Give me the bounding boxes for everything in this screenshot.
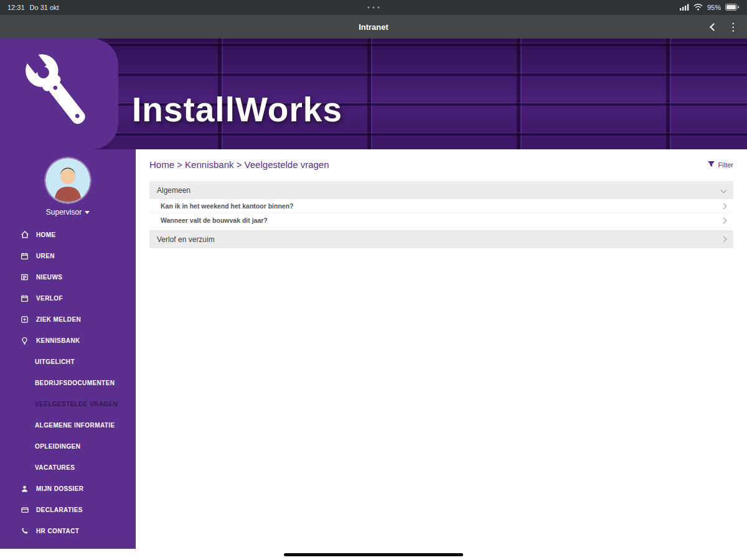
app-nav-bar: Intranet ⋮ bbox=[0, 15, 747, 39]
faq-question-row[interactable]: Kan ik in het weekend het kantoor binnen… bbox=[149, 199, 733, 213]
sidebar-menu: HOMEURENNIEUWSVERLOFZIEK MELDENKENNISBAN… bbox=[0, 224, 136, 541]
person-icon bbox=[21, 484, 29, 493]
home-indicator[interactable] bbox=[284, 553, 463, 556]
faq-section-header[interactable]: Algemeen bbox=[149, 181, 733, 199]
sidebar-item-label: VEELGESTELDE VRAGEN bbox=[35, 401, 118, 408]
news-icon bbox=[21, 273, 29, 281]
status-right: 95% bbox=[680, 3, 740, 12]
avatar[interactable] bbox=[45, 158, 90, 203]
bottom-strip bbox=[0, 549, 747, 560]
profile-menu[interactable]: Supervisor bbox=[0, 208, 136, 217]
faq-section-label: Verlof en verzuim bbox=[157, 235, 215, 244]
nav-actions: ⋮ bbox=[711, 15, 738, 39]
profile-name-label: Supervisor bbox=[46, 208, 82, 217]
sidebar-item-uitgelicht[interactable]: UITGELICHT bbox=[0, 351, 136, 372]
signal-icon bbox=[680, 4, 689, 12]
faq-section-header[interactable]: Verlof en verzuim bbox=[149, 230, 733, 248]
status-left: 12:31 Do 31 okt bbox=[7, 4, 59, 11]
sidebar-item-label: HR CONTACT bbox=[36, 528, 79, 534]
sidebar-item-opleidingen[interactable]: OPLEIDINGEN bbox=[0, 436, 136, 457]
app-logo bbox=[0, 39, 118, 149]
app-banner: InstallWorks bbox=[0, 39, 747, 149]
sidebar-item-label: KENNISBANK bbox=[36, 337, 80, 344]
sidebar-item-nieuws[interactable]: NIEUWS bbox=[0, 266, 136, 287]
sidebar-item-algemene-informatie[interactable]: ALGEMENE INFORMATIE bbox=[0, 414, 136, 436]
sidebar-item-label: MIJN DOSSIER bbox=[36, 485, 83, 492]
overflow-menu-icon[interactable]: ⋮ bbox=[728, 22, 738, 32]
sidebar-item-label: UITGELICHT bbox=[35, 358, 75, 365]
faq-question-row[interactable]: Wanneer valt de bouwvak dit jaar? bbox=[149, 213, 733, 228]
wrench-icon bbox=[12, 46, 106, 142]
sidebar-item-label: HOME bbox=[36, 231, 56, 238]
sidebar-item-label: UREN bbox=[36, 253, 55, 259]
filter-icon bbox=[707, 160, 715, 169]
sidebar-item-label: NIEUWS bbox=[36, 274, 62, 281]
filter-button[interactable]: Filter bbox=[707, 160, 733, 169]
sidebar: Supervisor HOMEURENNIEUWSVERLOFZIEK MELD… bbox=[0, 149, 136, 549]
knowledge-icon bbox=[21, 336, 29, 345]
page: 12:31 Do 31 okt 95% bbox=[0, 0, 747, 560]
status-dots-icon bbox=[368, 7, 380, 9]
sidebar-item-uren[interactable]: UREN bbox=[0, 245, 136, 266]
calendar-icon bbox=[21, 251, 29, 260]
filter-label: Filter bbox=[718, 161, 733, 169]
sidebar-item-mijn-dossier[interactable]: MIJN DOSSIER bbox=[0, 478, 136, 499]
breadcrumb: Home > Kennisbank > Veelgestelde vragen bbox=[149, 159, 329, 170]
sidebar-item-home[interactable]: HOME bbox=[0, 224, 136, 245]
faq-question-label: Kan ik in het weekend het kantoor binnen… bbox=[161, 202, 294, 210]
sidebar-item-label: OPLEIDINGEN bbox=[35, 443, 80, 450]
profile: Supervisor bbox=[0, 149, 136, 217]
sidebar-item-label: VACATURES bbox=[35, 464, 75, 471]
sidebar-item-label: ALGEMENE INFORMATIE bbox=[35, 422, 115, 429]
battery-percent: 95% bbox=[707, 4, 721, 11]
chevron-right-icon bbox=[721, 236, 727, 243]
sidebar-item-verlof[interactable]: VERLOF bbox=[0, 287, 136, 309]
faq-section-label: Algemeen bbox=[157, 186, 190, 195]
sidebar-item-label: DECLARATIES bbox=[36, 506, 83, 513]
faq-list: AlgemeenKan ik in het weekend het kantoo… bbox=[149, 181, 733, 248]
status-date: Do 31 okt bbox=[30, 4, 59, 11]
sidebar-item-kennisbank[interactable]: KENNISBANK bbox=[0, 330, 136, 351]
back-chevron-icon[interactable] bbox=[710, 23, 718, 31]
caret-down-icon bbox=[85, 211, 90, 214]
sidebar-item-veelgestelde-vragen[interactable]: VEELGESTELDE VRAGEN bbox=[0, 393, 136, 414]
sidebar-item-hr-contact[interactable]: HR CONTACT bbox=[0, 520, 136, 541]
faq-question-label: Wanneer valt de bouwvak dit jaar? bbox=[161, 217, 268, 224]
chevron-right-icon bbox=[721, 203, 727, 209]
app-name: InstallWorks bbox=[132, 90, 342, 129]
status-time: 12:31 bbox=[7, 4, 25, 11]
home-icon bbox=[21, 230, 29, 239]
status-bar: 12:31 Do 31 okt 95% bbox=[0, 0, 747, 15]
main-top: Home > Kennisbank > Veelgestelde vragen … bbox=[149, 159, 733, 170]
sidebar-item-vacatures[interactable]: VACATURES bbox=[0, 457, 136, 478]
sidebar-item-ziek-melden[interactable]: ZIEK MELDEN bbox=[0, 309, 136, 330]
battery-icon bbox=[725, 4, 740, 12]
sidebar-item-bedrijfsdocumenten[interactable]: BEDRIJFSDOCUMENTEN bbox=[0, 372, 136, 393]
sidebar-item-label: BEDRIJFSDOCUMENTEN bbox=[35, 380, 115, 386]
chevron-right-icon bbox=[721, 217, 727, 223]
sidebar-item-declaraties[interactable]: DECLARATIES bbox=[0, 499, 136, 520]
body-row: Supervisor HOMEURENNIEUWSVERLOFZIEK MELD… bbox=[0, 149, 747, 549]
main-content: Home > Kennisbank > Veelgestelde vragen … bbox=[136, 149, 747, 549]
phone-icon bbox=[21, 526, 29, 535]
chevron-down-icon bbox=[721, 187, 727, 194]
card-icon bbox=[21, 505, 29, 514]
calendar-icon bbox=[21, 294, 29, 302]
sick-icon bbox=[21, 315, 29, 324]
sidebar-item-label: ZIEK MELDEN bbox=[36, 316, 81, 323]
sidebar-item-label: VERLOF bbox=[36, 295, 63, 302]
wifi-icon bbox=[693, 3, 703, 12]
nav-title: Intranet bbox=[359, 22, 388, 32]
